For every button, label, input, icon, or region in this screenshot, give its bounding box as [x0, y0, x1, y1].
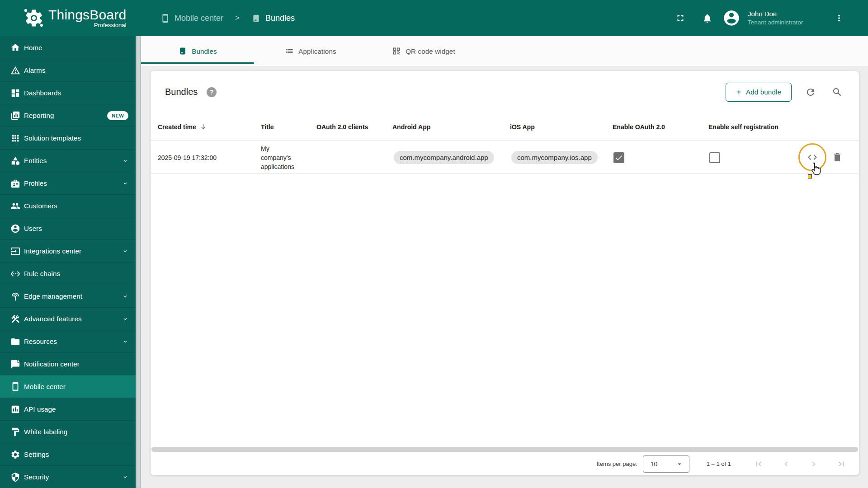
column-ios-app[interactable]: iOS App [510, 123, 613, 131]
tab-applications[interactable]: Applications [254, 36, 367, 66]
active-tab-indicator [141, 62, 254, 64]
breadcrumb-current-label: Bundles [265, 14, 295, 23]
last-page-button[interactable] [836, 459, 846, 469]
sidebar-item-notification-center[interactable]: Notification center [0, 352, 136, 375]
search-button[interactable] [827, 82, 847, 102]
sidebar-item-users[interactable]: Users [0, 217, 136, 239]
sidebar-item-api-usage[interactable]: API usage [0, 398, 136, 420]
previous-page-button[interactable] [781, 459, 791, 469]
fullscreen-icon [675, 13, 685, 23]
column-created-time[interactable]: Created time [151, 123, 261, 131]
table-row[interactable]: 2025-09-19 17:32:00 My company's applica… [151, 141, 859, 174]
badge-icon [10, 178, 20, 188]
dashboard-icon [10, 88, 20, 98]
shield-icon [10, 472, 20, 482]
widget-code-button[interactable] [807, 152, 818, 163]
user-menu[interactable]: John Doe Tenant administrator [748, 9, 816, 27]
sidebar-item-home[interactable]: Home [0, 36, 136, 59]
refresh-button[interactable] [801, 82, 821, 102]
sidebar-item-advanced-features[interactable]: Advanced features [0, 307, 136, 330]
sidebar-item-solution-templates[interactable]: Solution templates [0, 127, 136, 149]
new-badge: NEW [107, 111, 128, 120]
sidebar-item-dashboards[interactable]: Dashboards [0, 81, 136, 104]
category-icon [10, 156, 20, 166]
cell-android-app: com.mycompany.android.app [392, 151, 510, 164]
thingsboard-logo[interactable]: ThingsBoard Professional [24, 0, 126, 36]
next-page-button[interactable] [809, 459, 819, 469]
horizontal-scrollbar[interactable] [151, 447, 858, 452]
sidebar-item-alarms[interactable]: Alarms [0, 59, 136, 81]
trash-icon [832, 152, 843, 163]
tab-bundles[interactable]: Bundles [141, 36, 254, 66]
user-name: John Doe [748, 9, 816, 19]
gear-icon [10, 450, 20, 460]
column-enable-oauth[interactable]: Enable OAuth 2.0 [613, 123, 708, 131]
chevron-down-icon [122, 316, 128, 322]
sidebar-item-customers[interactable]: Customers [0, 194, 136, 217]
chevron-down-icon [122, 293, 128, 300]
column-oauth-clients[interactable]: OAuth 2.0 clients [316, 123, 392, 131]
sidebar-item-edge-management[interactable]: Edge management [0, 285, 136, 307]
sidebar-item-integrations-center[interactable]: Integrations center [0, 239, 136, 262]
sidebar-scrollbar[interactable] [136, 36, 141, 488]
warning-icon [10, 66, 20, 75]
delete-button[interactable] [832, 152, 843, 163]
breadcrumb-mobile-center[interactable]: Mobile center [160, 14, 223, 23]
sidebar-item-profiles[interactable]: Profiles [0, 172, 136, 194]
ethernet-icon [10, 269, 20, 279]
sidebar-item-resources[interactable]: Resources [0, 330, 136, 352]
items-per-page-select[interactable]: 10 [643, 455, 689, 473]
tab-bar: Bundles Applications QR code widget [141, 36, 868, 66]
paginator: Items per page: 10 1 – 1 of 1 [151, 452, 859, 475]
apps-grid-icon [10, 133, 20, 143]
chevron-left-icon [781, 459, 791, 469]
sidebar-item-rule-chains[interactable]: Rule chains [0, 262, 136, 285]
chevron-down-icon [122, 474, 128, 480]
page-title: Bundles [165, 87, 198, 97]
last-page-icon [836, 459, 846, 469]
column-title[interactable]: Title [261, 123, 316, 131]
chevron-down-icon [122, 180, 128, 187]
column-enable-self-registration[interactable]: Enable self registration [708, 123, 804, 131]
avatar[interactable] [722, 9, 741, 27]
sidebar-item-entities[interactable]: Entities [0, 149, 136, 172]
sidebar-item-security[interactable]: Security [0, 465, 136, 488]
column-android-app[interactable]: Android App [392, 123, 510, 131]
folder-icon [10, 337, 20, 347]
chevron-down-icon [122, 338, 128, 345]
breadcrumb-separator: > [235, 14, 240, 23]
oauth-checkbox[interactable] [613, 152, 624, 163]
sidebar: Home Alarms Dashboards Reporting NEW Sol… [0, 36, 141, 488]
bell-icon [702, 13, 712, 23]
dropdown-arrow-icon [675, 460, 684, 468]
sidebar-item-settings[interactable]: Settings [0, 443, 136, 465]
integration-icon [10, 246, 20, 256]
fullscreen-button[interactable] [671, 9, 689, 27]
chart-icon [10, 404, 20, 414]
message-icon [10, 359, 20, 369]
chevron-down-icon [122, 248, 128, 254]
smartphone-icon [10, 382, 20, 392]
qr-code-icon [392, 47, 401, 56]
sidebar-item-reporting[interactable]: Reporting NEW [0, 104, 136, 127]
home-icon [10, 42, 20, 52]
help-button[interactable]: ? [207, 87, 217, 97]
self-registration-checkbox[interactable] [709, 152, 720, 163]
plus-icon: + [736, 88, 741, 97]
first-page-button[interactable] [754, 459, 764, 469]
tab-qr-code-widget[interactable]: QR code widget [367, 36, 480, 66]
tools-icon [10, 314, 20, 324]
paint-icon [10, 427, 20, 437]
sidebar-item-mobile-center[interactable]: Mobile center [0, 375, 136, 398]
sidebar-item-white-labeling[interactable]: White labeling [0, 420, 136, 443]
notifications-button[interactable] [698, 9, 716, 27]
cell-actions [804, 141, 859, 174]
cell-title: My company's applications [261, 144, 316, 171]
breadcrumb-current: Bundles [251, 14, 295, 23]
breadcrumb: Mobile center > Bundles [160, 0, 295, 36]
add-bundle-button[interactable]: + Add bundle [726, 83, 792, 102]
more-menu-button[interactable] [830, 9, 848, 27]
chevron-right-icon [809, 459, 819, 469]
cursor-click-badge [808, 174, 812, 178]
cell-created-time: 2025-09-19 17:32:00 [151, 154, 261, 161]
